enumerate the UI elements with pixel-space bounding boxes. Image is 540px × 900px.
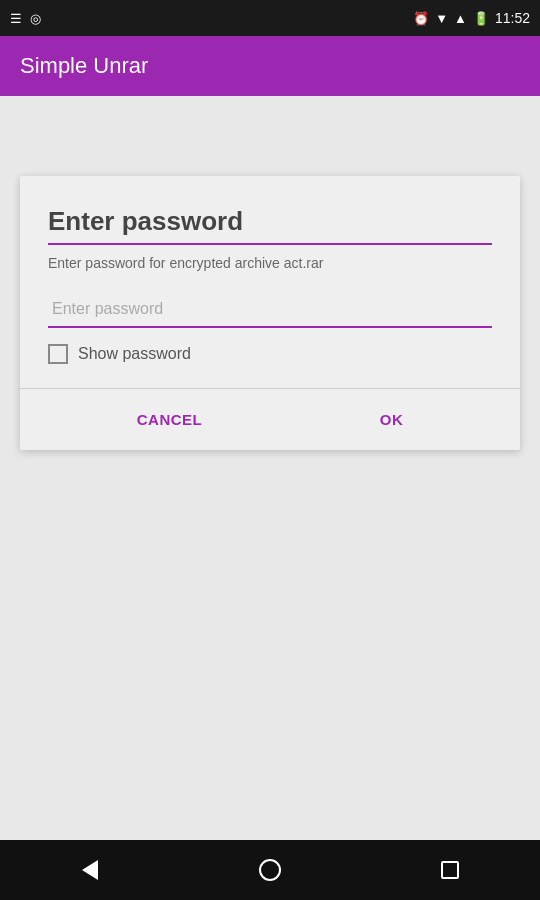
main-content: Enter password Enter password for encryp…	[0, 96, 540, 840]
dialog-title: Enter password	[48, 206, 492, 237]
status-bar: ☰ ◎ ⏰ ▼ ▲ 🔋 11:52	[0, 0, 540, 36]
dialog-card: Enter password Enter password for encryp…	[20, 176, 520, 450]
dialog-subtitle: Enter password for encrypted archive act…	[48, 255, 492, 271]
wifi-icon: ▼	[435, 11, 448, 26]
dialog-title-underline	[48, 243, 492, 245]
signal-icon: ▲	[454, 11, 467, 26]
show-password-checkbox[interactable]	[48, 344, 68, 364]
battery-icon: 🔋	[473, 11, 489, 26]
menu-icon: ☰	[10, 11, 22, 26]
bottom-nav	[0, 840, 540, 900]
recents-button[interactable]	[425, 845, 475, 895]
show-password-label[interactable]: Show password	[78, 345, 191, 363]
back-icon	[82, 860, 98, 880]
status-time: 11:52	[495, 10, 530, 26]
home-button[interactable]	[245, 845, 295, 895]
password-input-wrapper	[48, 291, 492, 328]
cancel-button[interactable]: CANCEL	[107, 403, 233, 436]
show-password-row: Show password	[48, 344, 492, 364]
android-icon: ◎	[30, 11, 41, 26]
status-bar-left: ☰ ◎	[10, 11, 41, 26]
status-bar-right: ⏰ ▼ ▲ 🔋 11:52	[413, 10, 530, 26]
home-icon	[259, 859, 281, 881]
dialog-buttons: CANCEL OK	[48, 389, 492, 450]
back-button[interactable]	[65, 845, 115, 895]
ok-button[interactable]: OK	[350, 403, 434, 436]
app-bar: Simple Unrar	[0, 36, 540, 96]
recents-icon	[441, 861, 459, 879]
password-input[interactable]	[48, 291, 492, 328]
app-title: Simple Unrar	[20, 53, 148, 79]
alarm-icon: ⏰	[413, 11, 429, 26]
